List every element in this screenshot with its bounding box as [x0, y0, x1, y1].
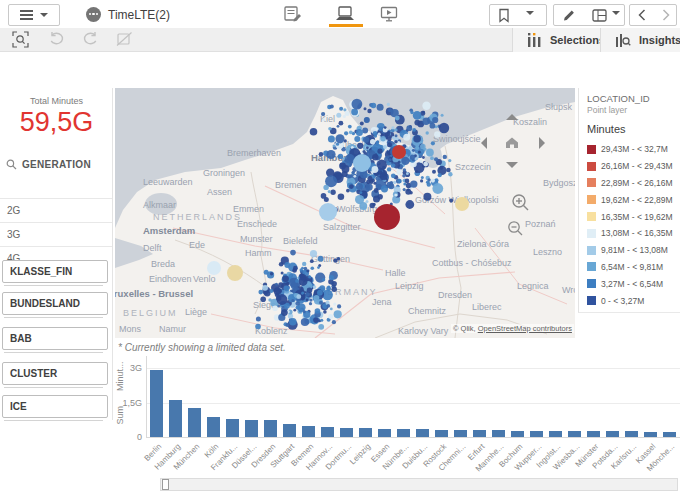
map-data-point[interactable]	[320, 319, 323, 322]
map-data-point[interactable]	[366, 200, 369, 203]
map-data-point[interactable]	[370, 139, 375, 144]
map-data-point[interactable]	[268, 298, 272, 302]
generation-value[interactable]: 2G	[0, 198, 112, 222]
map-data-point[interactable]	[395, 116, 400, 121]
map-data-point[interactable]	[321, 193, 327, 199]
map-data-point[interactable]	[422, 102, 430, 110]
next-sheet-button[interactable]	[654, 5, 678, 25]
map-data-point[interactable]	[391, 126, 394, 129]
step-back-icon[interactable]	[48, 31, 66, 49]
map-data-point[interactable]	[310, 259, 314, 263]
bar[interactable]	[340, 428, 353, 437]
map-data-point[interactable]	[422, 118, 429, 125]
map-data-point[interactable]	[374, 188, 379, 193]
map-data-point[interactable]	[431, 141, 435, 145]
map-data-point[interactable]	[363, 137, 369, 143]
app-overview-icon[interactable]	[284, 6, 306, 23]
filter-generation-header[interactable]: GENERATION	[6, 159, 91, 170]
map-data-point[interactable]	[419, 160, 422, 163]
map-data-point[interactable]	[357, 143, 363, 149]
map-data-point[interactable]	[349, 184, 354, 189]
map-data-point[interactable]	[339, 121, 344, 126]
map-data-point[interactable]	[388, 108, 392, 112]
bar[interactable]	[226, 419, 239, 437]
global-menu-button[interactable]	[8, 4, 60, 26]
map-canvas[interactable]: KielLübeckHamburgBremerhavenGroningenLee…	[115, 88, 575, 338]
map-data-point[interactable]	[364, 107, 367, 110]
map-data-point[interactable]	[403, 168, 407, 172]
map-data-point[interactable]	[272, 305, 278, 311]
map-data-point[interactable]	[336, 113, 341, 118]
map-data-point[interactable]	[391, 173, 396, 178]
map-data-point[interactable]	[380, 172, 388, 180]
map-data-point[interactable]	[260, 297, 266, 303]
map-data-point[interactable]	[432, 117, 438, 123]
map-data-point[interactable]	[384, 126, 387, 129]
map-data-point[interactable]	[366, 146, 369, 149]
map-data-point[interactable]	[394, 128, 397, 131]
map-data-point[interactable]	[373, 131, 378, 136]
map-data-point[interactable]	[439, 166, 443, 170]
map-data-point[interactable]	[310, 250, 317, 257]
map-data-point[interactable]	[330, 104, 334, 108]
map-data-point[interactable]	[410, 180, 417, 187]
map-data-point[interactable]	[281, 272, 284, 275]
pan-down-arrow[interactable]	[506, 162, 518, 168]
map-data-point[interactable]	[367, 109, 371, 113]
bar[interactable]	[644, 432, 657, 437]
map-data-point[interactable]	[412, 149, 415, 152]
bar[interactable]	[663, 432, 676, 437]
map-data-point[interactable]	[420, 179, 423, 182]
map-data-point[interactable]	[406, 125, 412, 131]
map-data-point[interactable]	[387, 182, 393, 188]
map-data-point[interactable]	[284, 286, 290, 292]
map-data-point[interactable]	[327, 304, 331, 308]
bar[interactable]	[587, 431, 600, 437]
map-data-point[interactable]	[448, 159, 451, 162]
bar[interactable]	[359, 428, 372, 437]
map-data-point[interactable]	[331, 281, 337, 287]
map-data-point[interactable]	[317, 290, 323, 296]
map-data-point[interactable]	[284, 262, 290, 268]
home-icon[interactable]	[504, 135, 520, 149]
map-data-point[interactable]	[321, 112, 325, 116]
map-data-point[interactable]	[435, 178, 439, 182]
bar[interactable]	[606, 431, 619, 437]
map-data-point[interactable]	[269, 289, 273, 293]
bar[interactable]	[511, 431, 524, 437]
map-data-point[interactable]	[291, 299, 294, 302]
map-data-point[interactable]	[332, 320, 336, 324]
map-data-point[interactable]	[443, 155, 447, 159]
map-data-point[interactable]	[365, 183, 372, 190]
map-data-point[interactable]	[351, 109, 358, 116]
map-data-point[interactable]	[303, 310, 306, 313]
map-data-point[interactable]	[387, 103, 390, 106]
bar[interactable]	[435, 430, 448, 437]
map-data-point[interactable]	[258, 290, 263, 295]
map-data-point[interactable]	[282, 276, 289, 283]
map-data-point[interactable]	[360, 122, 364, 126]
map-data-point[interactable]	[311, 266, 315, 270]
map-data-point[interactable]	[377, 133, 380, 136]
step-forward-icon[interactable]	[82, 31, 100, 49]
map-data-point[interactable]	[296, 305, 301, 310]
map-data-point[interactable]	[301, 318, 309, 326]
bar[interactable]	[416, 429, 429, 437]
map-data-point[interactable]	[356, 129, 363, 136]
map-data-point[interactable]	[318, 324, 324, 330]
map-data-point[interactable]	[387, 167, 391, 171]
map-data-point[interactable]	[352, 99, 363, 110]
map-data-point[interactable]	[338, 193, 345, 200]
map-point-layer[interactable]	[115, 88, 575, 338]
map-data-point[interactable]	[405, 179, 410, 184]
filter-pane-bundesland[interactable]: BUNDESLAND	[2, 292, 108, 315]
sheet-view-icon[interactable]	[335, 6, 357, 23]
filter-pane-cluster[interactable]: CLUSTER	[2, 362, 108, 385]
map-data-point[interactable]	[396, 169, 402, 175]
map-data-point[interactable]	[420, 144, 426, 150]
map-data-point[interactable]	[405, 200, 414, 209]
filter-pane-ice[interactable]: ICE	[2, 395, 108, 418]
bar[interactable]	[549, 431, 562, 437]
map-data-point[interactable]	[344, 131, 348, 135]
map-data-point[interactable]	[306, 269, 309, 272]
